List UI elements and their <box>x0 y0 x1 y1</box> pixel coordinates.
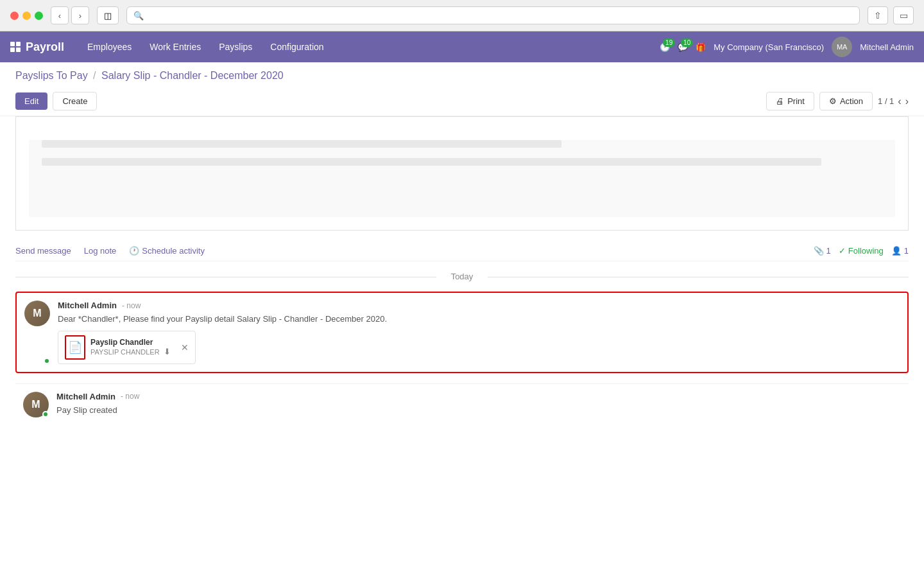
sidebar-toggle-button[interactable]: ◫ <box>97 6 119 24</box>
followers-count[interactable]: 👤 1 <box>891 246 909 256</box>
attachment-close-button[interactable]: ✕ <box>181 342 189 353</box>
log-note-button[interactable]: Log note <box>84 246 117 256</box>
traffic-light-green[interactable] <box>35 12 43 20</box>
document-area <box>15 116 909 231</box>
highlighted-message: M Mitchell Admin - now Dear *Chandler*, … <box>15 292 909 373</box>
toolbar: Edit Create 🖨 Print ⚙ Action 1 / 1 ‹ › <box>0 87 924 116</box>
attachment-subname: PAYSLIP CHANDLER ⬇ <box>90 347 171 356</box>
traffic-light-yellow[interactable] <box>22 12 31 20</box>
next-button[interactable]: › <box>905 96 909 107</box>
app-nav: Payroll Employees Work Entries Payslips … <box>0 31 924 62</box>
user-name: Mitchell Admin <box>860 42 914 52</box>
clock-small-icon: 🕐 <box>129 246 139 256</box>
person-icon: 👤 <box>891 246 902 256</box>
print-label: Print <box>787 96 805 106</box>
date-separator: Today <box>15 272 909 281</box>
breadcrumb-parent[interactable]: Payslips To Pay <box>15 70 88 81</box>
messages-button[interactable]: 💬 10 <box>678 42 688 52</box>
online-indicator-1 <box>44 358 50 364</box>
simple-message: M Mitchell Admin - now Pay Slip created <box>15 383 909 425</box>
search-icon: 🔍 <box>133 11 144 21</box>
message-text-1: Dear *Chandler*, Please find your Paysli… <box>58 313 900 326</box>
message-body-1: Mitchell Admin - now Dear *Chandler*, Pl… <box>58 301 900 364</box>
doc-line-1 <box>42 140 561 148</box>
traffic-light-red[interactable] <box>10 12 19 20</box>
print-icon: 🖨 <box>776 96 784 106</box>
company-name: My Company (San Francisco) <box>714 42 824 52</box>
avatar-image: MA <box>837 43 848 51</box>
notifications-button[interactable]: 🕐 19 <box>660 42 670 52</box>
chatter-right-actions: 📎 1 ✓ Following 👤 1 <box>814 246 909 256</box>
print-button[interactable]: 🖨 Print <box>766 92 814 110</box>
attachment-name: Payslip Chandler <box>90 338 171 347</box>
browser-actions: ⇧ ▭ <box>868 6 914 24</box>
pagination-display: 1 / 1 <box>878 96 894 106</box>
schedule-activity-button[interactable]: 🕐 Schedule activity <box>129 246 205 256</box>
share-button[interactable]: ⇧ <box>868 6 888 24</box>
main-nav: Employees Work Entries Payslips Configur… <box>80 38 332 56</box>
gift-icon: 🎁 <box>696 42 706 52</box>
checkmark-icon: ✓ <box>839 246 846 256</box>
address-bar[interactable]: 🔍 <box>126 6 860 24</box>
browser-chrome: ‹ › ◫ 🔍 ⇧ ▭ <box>0 0 924 31</box>
apps-grid-icon <box>10 42 21 52</box>
nav-right: 🕐 19 💬 10 🎁 My Company (San Francisco) M… <box>660 37 914 57</box>
action-button[interactable]: ⚙ Action <box>819 92 873 110</box>
main-content: Payslips To Pay / Salary Slip - Chandler… <box>0 62 924 578</box>
message-author-2: Mitchell Admin <box>56 392 116 401</box>
notifications-badge: 19 <box>663 39 675 47</box>
previous-button[interactable]: ‹ <box>898 96 901 107</box>
app-logo[interactable]: Payroll <box>10 40 64 54</box>
create-button[interactable]: Create <box>53 92 97 110</box>
back-button[interactable]: ‹ <box>51 6 69 24</box>
sidebar-item-configuration[interactable]: Configuration <box>262 38 331 56</box>
paperclip-icon: 📎 <box>814 246 824 256</box>
chatter-left-actions: Send message Log note 🕐 Schedule activit… <box>15 246 205 256</box>
doc-line-2 <box>42 158 821 166</box>
message-author-1: Mitchell Admin <box>58 301 117 310</box>
avatar-wrap-2: M <box>23 392 49 417</box>
breadcrumb-separator: / <box>93 70 99 81</box>
attachment-info: Payslip Chandler PAYSLIP CHANDLER ⬇ <box>90 338 171 356</box>
sidebar-item-employees[interactable]: Employees <box>80 38 139 56</box>
avatar-wrap-1: M <box>24 301 50 364</box>
message-header-2: Mitchell Admin - now <box>56 392 901 401</box>
sidebar-item-work-entries[interactable]: Work Entries <box>142 38 209 56</box>
action-label: Action <box>840 96 863 106</box>
new-tab-button[interactable]: ▭ <box>893 6 914 24</box>
message-time-2: - now <box>121 392 139 401</box>
message-time-1: - now <box>122 301 141 310</box>
document-content <box>29 140 895 217</box>
attachments-count[interactable]: 📎 1 <box>814 246 831 256</box>
send-message-button[interactable]: Send message <box>15 246 71 256</box>
message-body-2: Mitchell Admin - now Pay Slip created <box>56 392 901 417</box>
online-indicator-2 <box>42 411 49 417</box>
edit-button[interactable]: Edit <box>15 92 47 110</box>
pagination: 1 / 1 ‹ › <box>878 96 909 107</box>
avatar-1: M <box>24 301 50 326</box>
sidebar-item-payslips[interactable]: Payslips <box>211 38 260 56</box>
messages-badge: 10 <box>681 39 693 47</box>
pdf-icon: 📄 <box>65 335 85 360</box>
download-icon[interactable]: ⬇ <box>164 347 171 356</box>
nav-buttons: ‹ › <box>51 6 89 24</box>
message-text-2: Pay Slip created <box>56 404 901 417</box>
gear-icon: ⚙ <box>829 96 837 106</box>
gift-button[interactable]: 🎁 <box>696 42 706 52</box>
chatter-actions: Send message Log note 🕐 Schedule activit… <box>15 241 909 261</box>
breadcrumb: Payslips To Pay / Salary Slip - Chandler… <box>0 62 924 87</box>
sidebar-icon: ◫ <box>104 11 112 21</box>
avatar[interactable]: MA <box>832 37 852 57</box>
app-title: Payroll <box>26 40 64 54</box>
traffic-lights <box>10 12 43 20</box>
breadcrumb-current: Salary Slip - Chandler - December 2020 <box>101 70 284 81</box>
message-header-1: Mitchell Admin - now <box>58 301 900 310</box>
following-button[interactable]: ✓ Following <box>839 246 884 256</box>
chatter: Send message Log note 🕐 Schedule activit… <box>15 231 909 435</box>
forward-button[interactable]: › <box>71 6 89 24</box>
attachment-1: 📄 Payslip Chandler PAYSLIP CHANDLER ⬇ ✕ <box>58 331 196 364</box>
